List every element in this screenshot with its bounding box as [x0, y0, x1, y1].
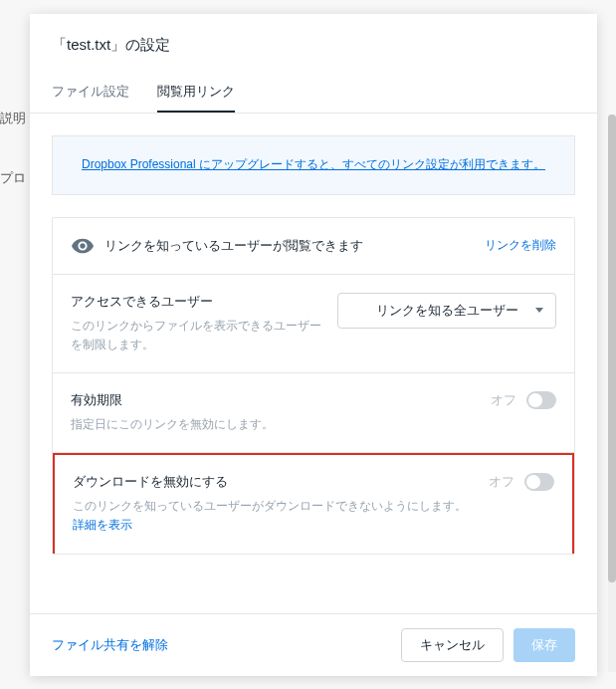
expiration-toggle[interactable]: [526, 391, 556, 409]
expiration-desc: 指定日にこのリンクを無効にします。: [71, 415, 475, 434]
expiration-toggle-label: オフ: [491, 391, 516, 409]
access-left: アクセスできるユーザー このリンクからファイルを表示できるユーザーを制限します。: [71, 293, 337, 354]
access-row: アクセスできるユーザー このリンクからファイルを表示できるユーザーを制限します。…: [53, 275, 574, 373]
section-header-text: リンクを知っているユーザーが閲覧できます: [104, 237, 485, 255]
expiration-left: 有効期限 指定日にこのリンクを無効にします。: [71, 391, 491, 434]
upgrade-banner: Dropbox Professional にアップグレードすると、すべてのリンク…: [52, 135, 575, 195]
background-text-2: プロ: [0, 169, 26, 187]
link-settings-section: リンクを知っているユーザーが閲覧できます リンクを削除 アクセスできるユーザー …: [52, 217, 575, 555]
expiration-row: 有効期限 指定日にこのリンクを無効にします。 オフ: [53, 373, 574, 453]
access-dropdown-text: リンクを知る全ユーザー: [376, 302, 518, 320]
modal-title: 「test.txt」の設定: [52, 36, 575, 55]
download-disable-left: ダウンロードを無効にする このリンクを知っているユーザーがダウンロードできないよ…: [73, 473, 489, 535]
download-disable-desc-text: このリンクを知っているユーザーがダウンロードできないようにします。: [73, 499, 467, 513]
download-disable-row: ダウンロードを無効にする このリンクを知っているユーザーがダウンロードできないよ…: [53, 453, 574, 553]
chevron-down-icon: [535, 308, 543, 313]
access-dropdown[interactable]: リンクを知る全ユーザー: [337, 293, 556, 329]
download-disable-title: ダウンロードを無効にする: [73, 473, 473, 491]
download-disable-toggle-label: オフ: [489, 473, 514, 491]
access-desc: このリンクからファイルを表示できるユーザーを制限します。: [71, 317, 321, 354]
remove-link-button[interactable]: リンクを削除: [485, 237, 556, 254]
modal-body: Dropbox Professional にアップグレードすると、すべてのリンク…: [30, 114, 597, 613]
tab-view-link[interactable]: 閲覧用リンク: [157, 73, 235, 113]
save-button[interactable]: 保存: [513, 628, 575, 662]
toggle-knob: [526, 475, 540, 489]
access-title: アクセスできるユーザー: [71, 293, 321, 311]
expiration-toggle-group: オフ: [491, 391, 556, 409]
download-disable-desc: このリンクを知っているユーザーがダウンロードできないようにします。 詳細を表示: [73, 497, 473, 535]
cancel-button[interactable]: キャンセル: [401, 628, 504, 662]
tab-file-settings[interactable]: ファイル設定: [52, 73, 129, 113]
upgrade-link[interactable]: Dropbox Professional にアップグレードすると、すべてのリンク…: [82, 157, 545, 171]
background-text-1: 説明: [0, 110, 26, 127]
section-header: リンクを知っているユーザーが閲覧できます リンクを削除: [53, 218, 574, 275]
toggle-knob: [528, 393, 542, 407]
unshare-file-link[interactable]: ファイル共有を解除: [52, 636, 391, 654]
eye-icon: [71, 234, 95, 258]
tabs: ファイル設定 閲覧用リンク: [30, 73, 597, 114]
download-disable-details-link[interactable]: 詳細を表示: [73, 518, 132, 532]
settings-modal: 「test.txt」の設定 ファイル設定 閲覧用リンク Dropbox Prof…: [30, 14, 597, 676]
scrollbar-thumb[interactable]: [608, 115, 616, 582]
modal-header: 「test.txt」の設定: [30, 14, 597, 73]
modal-footer: ファイル共有を解除 キャンセル 保存: [30, 613, 597, 676]
expiration-title: 有効期限: [71, 391, 475, 409]
download-disable-toggle[interactable]: [524, 473, 554, 491]
download-disable-toggle-group: オフ: [489, 473, 554, 491]
